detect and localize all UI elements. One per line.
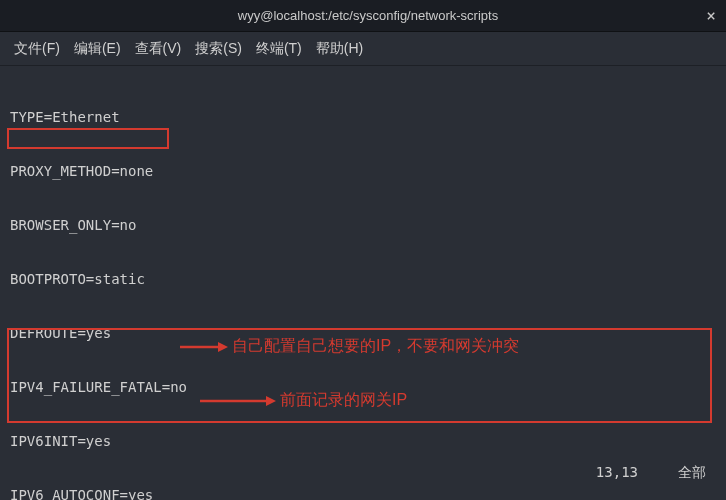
terminal-content[interactable]: TYPE=Ethernet PROXY_METHOD=none BROWSER_…	[0, 66, 726, 500]
menu-file[interactable]: 文件(F)	[14, 40, 60, 58]
config-line: TYPE=Ethernet	[10, 108, 716, 126]
scroll-mode: 全部	[678, 464, 706, 482]
menu-search[interactable]: 搜索(S)	[195, 40, 242, 58]
config-line: PROXY_METHOD=none	[10, 162, 716, 180]
config-line: BOOTPROTO=static	[10, 270, 716, 288]
vim-status-bar: 13,13 全部	[596, 464, 706, 482]
menu-help[interactable]: 帮助(H)	[316, 40, 363, 58]
config-line: BROWSER_ONLY=no	[10, 216, 716, 234]
window-title: wyy@localhost:/etc/sysconfig/network-scr…	[50, 8, 686, 23]
close-icon[interactable]: ×	[686, 6, 716, 25]
annotation-ip: 自己配置自己想要的IP，不要和网关冲突	[232, 336, 519, 357]
menu-view[interactable]: 查看(V)	[135, 40, 182, 58]
annotation-gateway: 前面记录的网关IP	[280, 390, 407, 411]
config-line: IPV6_AUTOCONF=yes	[10, 486, 716, 500]
title-bar: wyy@localhost:/etc/sysconfig/network-scr…	[0, 0, 726, 32]
config-line: IPV6INIT=yes	[10, 432, 716, 450]
menu-edit[interactable]: 编辑(E)	[74, 40, 121, 58]
cursor-position: 13,13	[596, 464, 638, 482]
menu-bar: 文件(F) 编辑(E) 查看(V) 搜索(S) 终端(T) 帮助(H)	[0, 32, 726, 66]
menu-terminal[interactable]: 终端(T)	[256, 40, 302, 58]
